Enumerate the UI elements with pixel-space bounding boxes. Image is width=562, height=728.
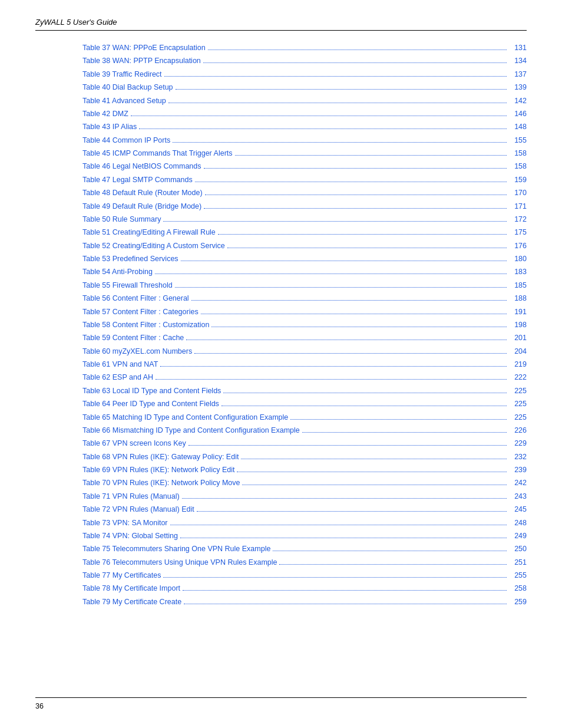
toc-link[interactable]: Table 68 VPN Rules (IKE): Gateway Policy…	[82, 452, 239, 463]
toc-page-number: 249	[509, 531, 527, 542]
toc-dots	[191, 300, 507, 301]
toc-link[interactable]: Table 39 Traffic Redirect	[82, 69, 162, 80]
toc-item: Table 62 ESP and AH222	[82, 372, 527, 383]
toc-dots	[194, 353, 507, 354]
toc-link[interactable]: Table 49 Default Rule (Bridge Mode)	[82, 201, 201, 212]
toc-dots	[241, 459, 507, 459]
toc-link[interactable]: Table 50 Rule Summary	[82, 214, 161, 225]
toc-link[interactable]: Table 64 Peer ID Type and Content Fields	[82, 398, 219, 410]
toc-dots	[237, 472, 507, 472]
toc-dots	[223, 393, 507, 393]
toc-item: Table 56 Content Filter : General188	[82, 293, 527, 304]
toc-page-number: 171	[509, 201, 527, 212]
toc-item: Table 79 My Certificate Create259	[82, 597, 527, 608]
toc-link[interactable]: Table 73 VPN: SA Monitor	[82, 518, 168, 529]
toc-page-number: 188	[509, 293, 527, 304]
toc-page-number: 180	[509, 253, 527, 265]
toc-link[interactable]: Table 54 Anti-Probing	[82, 266, 153, 278]
toc-dots	[155, 274, 507, 274]
toc-link[interactable]: Table 70 VPN Rules (IKE): Network Policy…	[82, 477, 240, 489]
toc-item: Table 40 Dial Backup Setup139	[82, 82, 527, 93]
toc-link[interactable]: Table 51 Creating/Editing A Firewall Rul…	[82, 227, 216, 238]
toc-link[interactable]: Table 60 myZyXEL.com Numbers	[82, 346, 192, 357]
toc-link[interactable]: Table 69 VPN Rules (IKE): Network Policy…	[82, 465, 234, 476]
toc-dots	[173, 142, 507, 143]
toc-page-number: 172	[509, 214, 527, 225]
toc-link[interactable]: Table 48 Default Rule (Router Mode)	[82, 187, 203, 199]
toc-link[interactable]: Table 77 My Certificates	[82, 570, 161, 581]
toc-item: Table 59 Content Filter : Cache201	[82, 332, 527, 344]
toc-link[interactable]: Table 59 Content Filter : Cache	[82, 332, 184, 344]
toc-dots	[218, 234, 507, 235]
toc-link[interactable]: Table 47 Legal SMTP Commands	[82, 174, 193, 186]
toc-dots	[186, 340, 507, 340]
toc-item: Table 42 DMZ146	[82, 108, 527, 120]
toc-item: Table 51 Creating/Editing A Firewall Rul…	[82, 227, 527, 238]
toc-link[interactable]: Table 55 Firewall Threshold	[82, 280, 173, 291]
toc-link[interactable]: Table 63 Local ID Type and Content Field…	[82, 386, 221, 397]
toc-item: Table 44 Common IP Ports155	[82, 135, 527, 146]
toc-page-number: 183	[509, 266, 527, 278]
toc-link[interactable]: Table 40 Dial Backup Setup	[82, 82, 173, 93]
toc-link[interactable]: Table 45 ICMP Commands That Trigger Aler…	[82, 148, 233, 159]
toc-dots	[164, 76, 507, 77]
toc-item: Table 76 Telecommuters Using Unique VPN …	[82, 557, 527, 568]
toc-page-number: 225	[509, 398, 527, 410]
toc-link[interactable]: Table 58 Content Filter : Customization	[82, 319, 209, 331]
page-footer: 36	[35, 697, 527, 710]
footer-page-number: 36	[35, 702, 44, 710]
toc-item: Table 41 Advanced Setup142	[82, 95, 527, 107]
toc-dots	[211, 327, 507, 327]
toc-link[interactable]: Table 46 Legal NetBIOS Commands	[82, 161, 201, 172]
toc-page-number: 239	[509, 465, 527, 476]
toc-page-number: 158	[509, 161, 527, 172]
toc-link[interactable]: Table 44 Common IP Ports	[82, 135, 170, 146]
toc-page-number: 146	[509, 108, 527, 120]
toc-link[interactable]: Table 72 VPN Rules (Manual) Edit	[82, 504, 194, 515]
toc-dots	[176, 89, 507, 90]
toc-link[interactable]: Table 43 IP Alias	[82, 121, 137, 133]
toc-dots	[279, 564, 507, 565]
toc-dots	[203, 62, 507, 63]
toc-link[interactable]: Table 41 Advanced Setup	[82, 95, 166, 107]
toc-link[interactable]: Table 78 My Certificate Import	[82, 583, 180, 594]
toc-item: Table 78 My Certificate Import258	[82, 583, 527, 594]
toc-item: Table 70 VPN Rules (IKE): Network Policy…	[82, 477, 527, 489]
toc-page-number: 251	[509, 557, 527, 568]
toc-link[interactable]: Table 79 My Certificate Create	[82, 597, 181, 608]
toc-link[interactable]: Table 56 Content Filter : General	[82, 293, 189, 304]
toc-link[interactable]: Table 62 ESP and AH	[82, 372, 153, 383]
toc-item: Table 63 Local ID Type and Content Field…	[82, 386, 527, 397]
toc-link[interactable]: Table 66 Mismatching ID Type and Content…	[82, 425, 300, 436]
toc-link[interactable]: Table 42 DMZ	[82, 108, 128, 120]
toc-link[interactable]: Table 75 Telecommuters Sharing One VPN R…	[82, 543, 270, 555]
toc-link[interactable]: Table 65 Matching ID Type and Content Co…	[82, 412, 288, 423]
toc-dots	[160, 366, 507, 367]
toc-item: Table 65 Matching ID Type and Content Co…	[82, 412, 527, 423]
toc-link[interactable]: Table 76 Telecommuters Using Unique VPN …	[82, 557, 277, 568]
toc-page-number: 243	[509, 491, 527, 502]
toc-item: Table 64 Peer ID Type and Content Fields…	[82, 398, 527, 410]
toc-page-number: 242	[509, 477, 527, 489]
toc-page-number: 131	[509, 42, 527, 54]
toc-item: Table 37 WAN: PPPoE Encapsulation131	[82, 42, 527, 54]
toc-dots	[204, 168, 507, 169]
toc-dots	[222, 406, 507, 406]
toc-dots	[170, 525, 507, 525]
toc-item: Table 54 Anti-Probing183	[82, 266, 527, 278]
toc-link[interactable]: Table 52 Creating/Editing A Custom Servi…	[82, 241, 225, 252]
toc-link[interactable]: Table 74 VPN: Global Setting	[82, 531, 178, 542]
toc-page-number: 170	[509, 187, 527, 199]
toc-link[interactable]: Table 67 VPN screen Icons Key	[82, 438, 186, 449]
toc-link[interactable]: Table 61 VPN and NAT	[82, 359, 158, 370]
toc-page-number: 232	[509, 452, 527, 463]
toc-dots	[201, 314, 507, 314]
toc-link[interactable]: Table 38 WAN: PPTP Encapsulation	[82, 55, 201, 67]
toc-link[interactable]: Table 57 Content Filter : Categories	[82, 307, 199, 318]
toc-link[interactable]: Table 37 WAN: PPPoE Encapsulation	[82, 42, 206, 54]
toc-link[interactable]: Table 53 Predefined Services	[82, 253, 178, 265]
toc-item: Table 68 VPN Rules (IKE): Gateway Policy…	[82, 452, 527, 463]
toc-item: Table 50 Rule Summary172	[82, 214, 527, 225]
toc-link[interactable]: Table 71 VPN Rules (Manual)	[82, 491, 180, 502]
toc-item: Table 61 VPN and NAT219	[82, 359, 527, 370]
